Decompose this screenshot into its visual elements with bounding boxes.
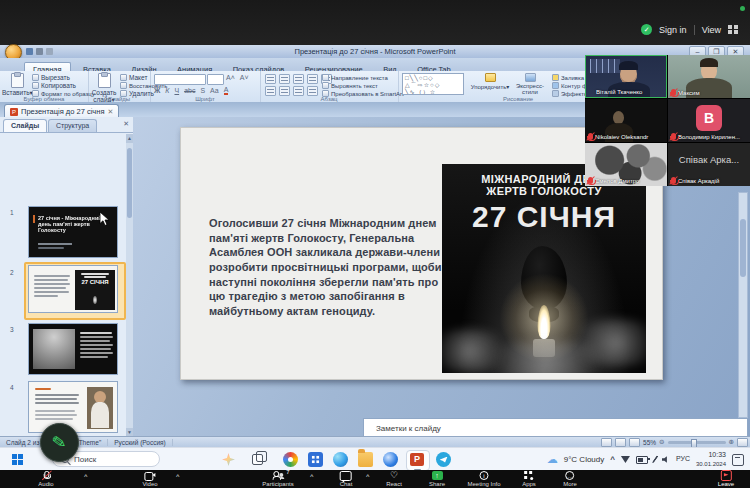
apps-icon bbox=[525, 471, 534, 480]
annotate-button[interactable]: ✎ bbox=[40, 423, 79, 462]
zoom-slider[interactable] bbox=[668, 441, 726, 444]
avatar: В bbox=[696, 105, 722, 131]
align-text-button[interactable]: Выровнять текст bbox=[322, 82, 378, 89]
meeting-info-button[interactable]: i Meeting Info bbox=[467, 471, 500, 487]
normal-view-icon[interactable] bbox=[601, 438, 612, 447]
powerpoint-taskbar-button[interactable]: P bbox=[406, 450, 430, 471]
slideshow-icon[interactable] bbox=[629, 438, 640, 447]
photos-app-icon[interactable] bbox=[283, 452, 298, 467]
pen-icon[interactable] bbox=[652, 455, 659, 464]
close-doc-tab-icon[interactable]: ✕ bbox=[107, 108, 113, 116]
slides-pane: Слайды Структура ✕ 1 27 січня - Міжнарод… bbox=[0, 117, 134, 437]
video-tile[interactable]: Nikolaiev Oleksandr bbox=[585, 99, 667, 142]
font-color-button[interactable]: А bbox=[224, 86, 229, 95]
video-tile[interactable]: Максим bbox=[668, 55, 750, 98]
mic-muted-icon bbox=[42, 471, 50, 480]
share-button[interactable]: ↑ Share bbox=[429, 471, 445, 487]
pencil-icon: ✎ bbox=[51, 431, 68, 454]
muted-mic-icon bbox=[671, 177, 676, 184]
leave-button[interactable]: Leave bbox=[718, 471, 734, 487]
copy-button[interactable]: Копировать bbox=[32, 82, 76, 89]
pane-tab-slides[interactable]: Слайды bbox=[3, 119, 47, 132]
font-size-input[interactable] bbox=[207, 74, 224, 85]
video-button[interactable]: Video bbox=[142, 471, 157, 487]
group-font: A˄A˅ Ж К Ч abc S Аа А Шрифт bbox=[150, 71, 261, 102]
edge-icon[interactable] bbox=[333, 452, 348, 467]
strikethrough-button[interactable]: abc bbox=[184, 87, 195, 94]
poster-date: 27 СІЧНЯ bbox=[442, 200, 646, 234]
more-button[interactable]: … More bbox=[563, 471, 577, 487]
shadow-button[interactable]: S bbox=[200, 87, 205, 94]
participants-icon bbox=[272, 471, 283, 480]
document-tab[interactable]: P Презентація до 27 січня ✕ bbox=[4, 104, 119, 118]
layout-button[interactable]: Макет bbox=[120, 74, 147, 81]
font-grow-shrink[interactable]: A˄A˅ bbox=[226, 74, 252, 81]
weather-text[interactable]: 9°C Cloudy bbox=[564, 455, 605, 464]
font-style-buttons[interactable]: Ж К Ч abc S Аа А bbox=[154, 86, 231, 95]
battery-icon[interactable] bbox=[636, 456, 648, 464]
chat-button[interactable]: Chat bbox=[340, 471, 353, 487]
chat-options-chevron[interactable]: ^ bbox=[366, 473, 370, 479]
network-icon[interactable] bbox=[621, 456, 630, 463]
paste-button[interactable]: Вставить▾ bbox=[2, 73, 32, 97]
slide-scrollbar[interactable] bbox=[738, 192, 748, 418]
fit-to-window-icon[interactable] bbox=[737, 438, 748, 447]
underline-button[interactable]: Ч bbox=[174, 87, 179, 94]
telegram-icon[interactable] bbox=[436, 452, 451, 467]
slide-sorter-icon[interactable] bbox=[615, 438, 626, 447]
slide-thumbnail-3[interactable] bbox=[28, 323, 118, 375]
italic-button[interactable]: К bbox=[165, 87, 169, 94]
slide-poster-image[interactable]: МІЖНАРОДНИЙ ДЕНЬ ЖЕРТВ ГОЛОКОСТУ 27 СІЧН… bbox=[442, 164, 646, 373]
file-explorer-icon[interactable] bbox=[358, 452, 373, 467]
start-button[interactable] bbox=[12, 454, 23, 465]
audio-button[interactable]: Audio bbox=[38, 471, 53, 487]
font-name-input[interactable] bbox=[154, 74, 206, 85]
notification-icon[interactable] bbox=[732, 454, 744, 466]
apps-grid-icon[interactable] bbox=[308, 452, 323, 467]
status-dot-icon bbox=[740, 6, 745, 11]
change-case-button[interactable]: Аа bbox=[210, 87, 219, 94]
slide-body-text[interactable]: Оголосивши 27 січня Міжнародним днем пам… bbox=[209, 216, 451, 318]
thumbnails-scrollbar[interactable]: ▲ ▼ bbox=[126, 134, 133, 437]
view-grid-icon[interactable] bbox=[728, 25, 738, 34]
audio-options-chevron[interactable]: ^ bbox=[84, 473, 88, 479]
notes-pane[interactable]: Заметки к слайду bbox=[363, 418, 748, 437]
video-tile[interactable]: Смелов Дмитро bbox=[585, 143, 667, 186]
shapes-gallery[interactable]: □╲╲○□◇△⌒⇨☆○◇╲∿（）☆ bbox=[402, 73, 464, 95]
copilot-icon[interactable] bbox=[222, 453, 235, 466]
text-direction-button[interactable]: Направление текста bbox=[322, 74, 388, 81]
cut-button[interactable]: Вырезать bbox=[32, 74, 70, 81]
arrange-button[interactable]: Упорядочить▾ bbox=[470, 73, 510, 90]
browser-icon[interactable] bbox=[383, 452, 398, 467]
bold-button[interactable]: Ж bbox=[154, 87, 160, 94]
pane-tab-outline[interactable]: Структура bbox=[48, 119, 97, 132]
participants-options-chevron[interactable]: ^ bbox=[310, 473, 314, 479]
scrollbar-thumb[interactable] bbox=[740, 219, 746, 277]
language-status[interactable]: Русский (Россия) bbox=[108, 439, 173, 446]
apps-button[interactable]: Apps bbox=[522, 471, 536, 487]
sign-in-button[interactable]: Sign in bbox=[659, 25, 687, 35]
view-button[interactable]: View bbox=[702, 25, 721, 35]
pane-close-icon[interactable]: ✕ bbox=[123, 120, 129, 128]
alignment-buttons[interactable] bbox=[265, 86, 318, 96]
clock[interactable]: 10:33 30.01.2024 bbox=[696, 451, 726, 469]
tray-expand-chevron[interactable]: ^ bbox=[610, 455, 615, 464]
scroll-up-icon[interactable]: ▲ bbox=[126, 134, 133, 143]
video-tile[interactable]: Співак Арка... Співак Аркадій bbox=[668, 143, 750, 186]
participant-name: Смелов Дмитро bbox=[595, 178, 639, 184]
video-tile[interactable]: Віталій Ткаченко bbox=[585, 55, 667, 98]
volume-icon[interactable] bbox=[662, 456, 670, 464]
task-view-button[interactable] bbox=[252, 454, 263, 465]
zoom-out-icon[interactable]: ⊖ bbox=[659, 438, 664, 446]
powerpoint-doc-icon: P bbox=[10, 108, 18, 116]
video-tile[interactable]: В Володимир Кирилен... bbox=[668, 99, 750, 142]
slide-thumbnail-2[interactable]: 27 СІЧНЯ bbox=[28, 265, 118, 313]
participants-button[interactable]: 7 Participants bbox=[262, 471, 293, 487]
quick-styles-button[interactable]: Экспресс-стили bbox=[512, 73, 548, 95]
react-button[interactable]: ♡ React bbox=[386, 471, 402, 487]
zoom-in-icon[interactable]: ⊕ bbox=[729, 438, 734, 446]
slide-thumbnail-4[interactable] bbox=[28, 381, 118, 433]
language-indicator[interactable]: РУС bbox=[676, 455, 690, 464]
scrollbar-thumb[interactable] bbox=[127, 148, 132, 218]
video-options-chevron[interactable]: ^ bbox=[176, 473, 180, 479]
